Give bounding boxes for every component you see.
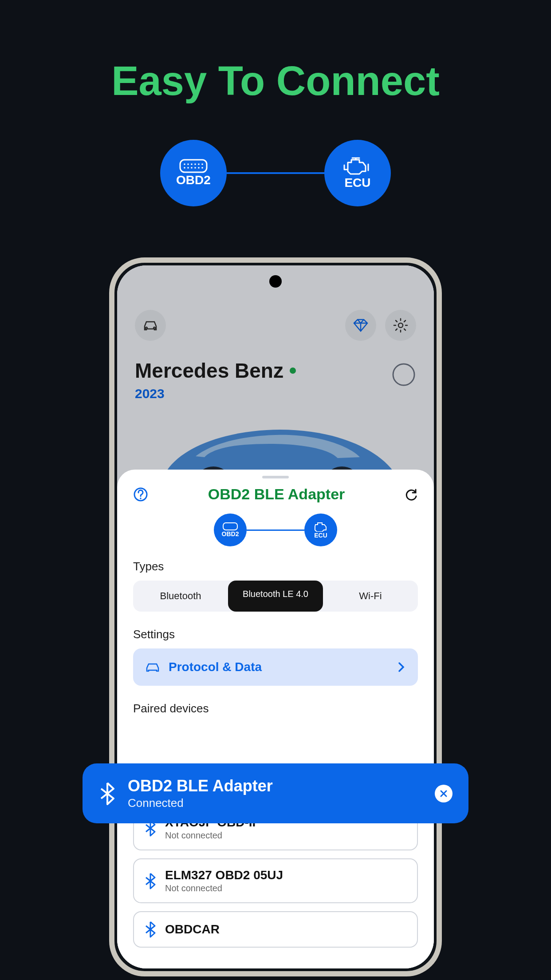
svg-rect-0 xyxy=(180,160,207,172)
sheet-grab-handle[interactable] xyxy=(262,476,289,478)
device-card[interactable]: ELM327 OBD2 05UJ Not connected xyxy=(133,858,418,903)
chevron-right-icon xyxy=(398,661,405,673)
phone-volume-button xyxy=(439,502,442,547)
connected-device-name: OBD2 BLE Adapter xyxy=(128,777,273,795)
svg-point-7 xyxy=(184,167,185,169)
sheet-title: OBD2 BLE Adapter xyxy=(148,486,405,503)
ecu-label: ECU xyxy=(344,176,370,190)
mini-obd2-node: OBD2 xyxy=(214,514,247,546)
phone-power-button xyxy=(439,387,442,454)
app-topbar xyxy=(117,310,434,341)
vehicle-select-button[interactable] xyxy=(135,310,166,341)
types-section-label: Types xyxy=(133,560,418,573)
vehicle-header: Mercedes Benz 2023 xyxy=(135,359,416,401)
svg-point-4 xyxy=(194,163,196,165)
svg-rect-18 xyxy=(223,523,237,530)
disconnect-button[interactable] xyxy=(435,785,453,802)
svg-point-8 xyxy=(187,167,189,169)
engine-icon xyxy=(313,521,328,532)
bluetooth-icon xyxy=(145,921,156,938)
svg-point-13 xyxy=(398,323,403,328)
premium-button[interactable] xyxy=(345,310,376,341)
protocol-data-button[interactable]: Protocol & Data xyxy=(133,648,418,686)
brand-ring-icon xyxy=(391,362,416,387)
vehicle-year-text: 2023 xyxy=(135,386,416,401)
connection-line xyxy=(227,172,324,174)
device-name: OBDCAR xyxy=(165,922,220,937)
seg-bluetooth-le[interactable]: Bluetooth LE 4.0 xyxy=(228,581,323,612)
svg-point-1 xyxy=(184,163,185,165)
mini-connection-line xyxy=(247,530,304,531)
obd2-node: OBD2 xyxy=(160,140,227,206)
help-button[interactable] xyxy=(133,487,148,502)
mini-ecu-label: ECU xyxy=(314,532,327,539)
settings-section-label: Settings xyxy=(133,628,418,641)
svg-point-2 xyxy=(187,163,189,165)
svg-point-12 xyxy=(201,167,203,169)
protocol-data-label: Protocol & Data xyxy=(169,660,262,674)
connection-type-segmented: Bluetooth Bluetooth LE 4.0 Wi-Fi xyxy=(133,581,418,612)
seg-wifi[interactable]: Wi-Fi xyxy=(323,581,418,612)
svg-point-10 xyxy=(194,167,196,169)
device-card[interactable]: OBDCAR xyxy=(133,911,418,948)
gear-icon xyxy=(393,318,408,333)
phone-camera xyxy=(269,275,282,288)
bluetooth-icon xyxy=(145,873,156,889)
device-status: Not connected xyxy=(165,830,256,841)
close-icon xyxy=(440,790,448,798)
bluetooth-icon xyxy=(98,781,116,806)
paired-devices-label: Paired devices xyxy=(133,702,418,715)
obd2-label: OBD2 xyxy=(176,173,211,187)
hero-connection-diagram: OBD2 ECU xyxy=(0,140,551,206)
svg-point-5 xyxy=(198,163,200,165)
phone-frame: Mercedes Benz 2023 OBD2 BLE Adapter xyxy=(109,257,442,976)
mini-obd2-label: OBD2 xyxy=(222,530,239,537)
device-status: Not connected xyxy=(165,883,283,893)
refresh-icon xyxy=(405,488,418,501)
car-icon xyxy=(146,661,160,673)
svg-point-6 xyxy=(201,163,203,165)
connected-device-banner[interactable]: OBD2 BLE Adapter Connected xyxy=(83,763,468,823)
obd-port-icon xyxy=(179,159,208,173)
device-name: ELM327 OBD2 05UJ xyxy=(165,868,283,882)
car-icon xyxy=(143,319,158,332)
ecu-node: ECU xyxy=(324,140,391,206)
settings-button[interactable] xyxy=(385,310,416,341)
svg-point-9 xyxy=(191,167,193,169)
connected-device-status: Connected xyxy=(128,796,273,810)
refresh-button[interactable] xyxy=(405,488,418,501)
headline: Easy To Connect xyxy=(0,0,551,104)
diamond-icon xyxy=(353,319,368,332)
vehicle-name-text: Mercedes Benz xyxy=(135,359,283,383)
obd-port-icon xyxy=(223,522,238,530)
mini-ecu-node: ECU xyxy=(304,514,337,546)
help-icon xyxy=(133,487,148,502)
seg-bluetooth[interactable]: Bluetooth xyxy=(133,581,228,612)
svg-point-11 xyxy=(198,167,200,169)
mini-connection-diagram: OBD2 ECU xyxy=(133,514,418,546)
status-dot xyxy=(290,368,296,374)
engine-icon xyxy=(343,156,372,176)
svg-point-3 xyxy=(191,163,193,165)
adapter-sheet: OBD2 BLE Adapter OBD2 ECU Types Bluetoot xyxy=(117,470,434,968)
svg-point-17 xyxy=(140,498,142,499)
